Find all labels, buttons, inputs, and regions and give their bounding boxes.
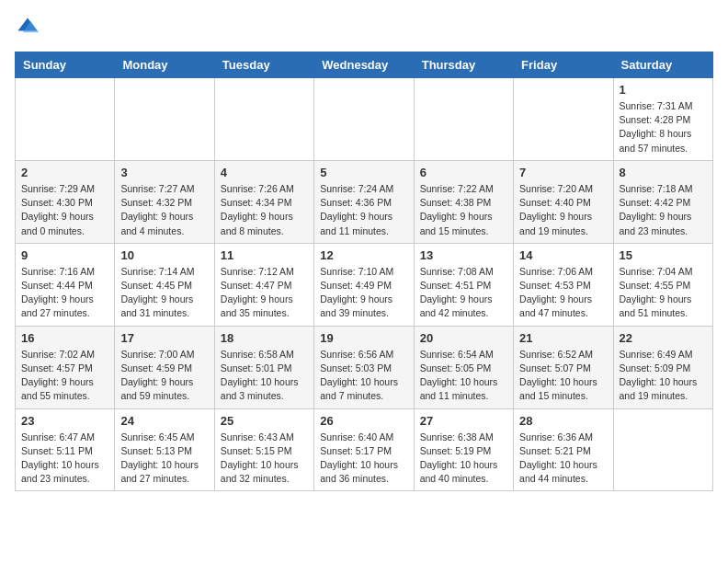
day-number: 14 [519, 248, 607, 262]
calendar-cell: 4Sunrise: 7:26 AM Sunset: 4:34 PM Daylig… [214, 160, 313, 243]
day-number: 3 [120, 166, 208, 179]
day-info: Sunrise: 7:12 AM Sunset: 4:47 PM Dayligh… [221, 265, 308, 321]
day-info: Sunrise: 7:16 AM Sunset: 4:44 PM Dayligh… [21, 265, 108, 321]
day-info: Sunrise: 7:22 AM Sunset: 4:38 PM Dayligh… [420, 182, 507, 238]
calendar-cell [414, 78, 513, 161]
day-info: Sunrise: 7:26 AM Sunset: 4:34 PM Dayligh… [221, 182, 308, 238]
calendar-cell: 27Sunrise: 6:38 AM Sunset: 5:19 PM Dayli… [414, 408, 513, 491]
day-info: Sunrise: 6:45 AM Sunset: 5:13 PM Dayligh… [120, 431, 208, 487]
calendar-cell: 14Sunrise: 7:06 AM Sunset: 4:53 PM Dayli… [514, 243, 613, 326]
day-info: Sunrise: 7:18 AM Sunset: 4:42 PM Dayligh… [620, 182, 707, 238]
weekday-header-tuesday: Tuesday [214, 52, 313, 78]
calendar-cell: 1Sunrise: 7:31 AM Sunset: 4:28 PM Daylig… [613, 78, 712, 161]
day-number: 17 [120, 331, 208, 345]
weekday-header-sunday: Sunday [16, 52, 115, 78]
day-number: 19 [320, 331, 407, 345]
day-number: 9 [21, 248, 108, 262]
day-number: 20 [420, 331, 507, 345]
weekday-header-wednesday: Wednesday [314, 52, 414, 78]
calendar-cell: 6Sunrise: 7:22 AM Sunset: 4:38 PM Daylig… [414, 160, 513, 243]
calendar: SundayMondayTuesdayWednesdayThursdayFrid… [15, 52, 713, 491]
day-info: Sunrise: 6:58 AM Sunset: 5:01 PM Dayligh… [221, 348, 308, 404]
day-number: 18 [221, 331, 308, 345]
weekday-header-saturday: Saturday [613, 52, 712, 78]
day-info: Sunrise: 7:24 AM Sunset: 4:36 PM Dayligh… [320, 182, 407, 238]
day-info: Sunrise: 6:40 AM Sunset: 5:17 PM Dayligh… [320, 431, 407, 487]
day-info: Sunrise: 7:08 AM Sunset: 4:51 PM Dayligh… [420, 265, 507, 321]
day-info: Sunrise: 7:27 AM Sunset: 4:32 PM Dayligh… [120, 182, 208, 238]
day-info: Sunrise: 6:54 AM Sunset: 5:05 PM Dayligh… [420, 348, 507, 404]
calendar-cell: 2Sunrise: 7:29 AM Sunset: 4:30 PM Daylig… [16, 160, 115, 243]
day-number: 26 [320, 414, 407, 428]
day-number: 16 [21, 331, 108, 345]
day-number: 15 [620, 248, 707, 262]
calendar-cell: 24Sunrise: 6:45 AM Sunset: 5:13 PM Dayli… [115, 408, 214, 491]
calendar-cell: 11Sunrise: 7:12 AM Sunset: 4:47 PM Dayli… [214, 243, 313, 326]
calendar-cell: 15Sunrise: 7:04 AM Sunset: 4:55 PM Dayli… [613, 243, 712, 326]
calendar-cell: 16Sunrise: 7:02 AM Sunset: 4:57 PM Dayli… [16, 326, 115, 408]
calendar-cell: 21Sunrise: 6:52 AM Sunset: 5:07 PM Dayli… [514, 326, 613, 408]
calendar-cell: 13Sunrise: 7:08 AM Sunset: 4:51 PM Dayli… [414, 243, 513, 326]
day-number: 7 [519, 166, 607, 179]
day-number: 13 [420, 248, 507, 262]
day-number: 21 [519, 331, 607, 345]
day-number: 24 [120, 414, 208, 428]
calendar-week-3: 9Sunrise: 7:16 AM Sunset: 4:44 PM Daylig… [16, 243, 713, 326]
day-number: 1 [620, 83, 707, 97]
calendar-cell: 12Sunrise: 7:10 AM Sunset: 4:49 PM Dayli… [314, 243, 414, 326]
day-info: Sunrise: 7:02 AM Sunset: 4:57 PM Dayligh… [21, 348, 108, 404]
page-header [15, 15, 713, 40]
day-info: Sunrise: 6:47 AM Sunset: 5:11 PM Dayligh… [21, 431, 108, 487]
day-number: 4 [221, 166, 308, 179]
day-number: 28 [519, 414, 607, 428]
day-info: Sunrise: 6:52 AM Sunset: 5:07 PM Dayligh… [519, 348, 607, 404]
day-info: Sunrise: 7:06 AM Sunset: 4:53 PM Dayligh… [519, 265, 607, 321]
logo-icon [15, 15, 40, 40]
day-number: 25 [221, 414, 308, 428]
calendar-cell: 9Sunrise: 7:16 AM Sunset: 4:44 PM Daylig… [16, 243, 115, 326]
calendar-week-1: 1Sunrise: 7:31 AM Sunset: 4:28 PM Daylig… [16, 78, 713, 161]
calendar-cell: 25Sunrise: 6:43 AM Sunset: 5:15 PM Dayli… [214, 408, 313, 491]
calendar-week-4: 16Sunrise: 7:02 AM Sunset: 4:57 PM Dayli… [16, 326, 713, 408]
day-number: 11 [221, 248, 308, 262]
day-number: 22 [620, 331, 707, 345]
day-number: 2 [21, 166, 108, 179]
calendar-cell: 17Sunrise: 7:00 AM Sunset: 4:59 PM Dayli… [115, 326, 214, 408]
calendar-cell: 18Sunrise: 6:58 AM Sunset: 5:01 PM Dayli… [214, 326, 313, 408]
day-info: Sunrise: 7:29 AM Sunset: 4:30 PM Dayligh… [21, 182, 108, 238]
day-info: Sunrise: 7:31 AM Sunset: 4:28 PM Dayligh… [620, 99, 707, 155]
calendar-cell: 8Sunrise: 7:18 AM Sunset: 4:42 PM Daylig… [613, 160, 712, 243]
day-info: Sunrise: 7:14 AM Sunset: 4:45 PM Dayligh… [120, 265, 208, 321]
calendar-week-2: 2Sunrise: 7:29 AM Sunset: 4:30 PM Daylig… [16, 160, 713, 243]
day-info: Sunrise: 7:04 AM Sunset: 4:55 PM Dayligh… [620, 265, 707, 321]
calendar-cell [115, 78, 214, 161]
day-info: Sunrise: 6:43 AM Sunset: 5:15 PM Dayligh… [221, 431, 308, 487]
calendar-cell [214, 78, 313, 161]
day-info: Sunrise: 6:38 AM Sunset: 5:19 PM Dayligh… [420, 431, 507, 487]
day-number: 8 [620, 166, 707, 179]
calendar-cell [613, 408, 712, 491]
weekday-header-friday: Friday [514, 52, 613, 78]
weekday-header-row: SundayMondayTuesdayWednesdayThursdayFrid… [16, 52, 713, 78]
day-info: Sunrise: 6:56 AM Sunset: 5:03 PM Dayligh… [320, 348, 407, 404]
weekday-header-thursday: Thursday [414, 52, 513, 78]
calendar-cell: 26Sunrise: 6:40 AM Sunset: 5:17 PM Dayli… [314, 408, 414, 491]
calendar-cell: 23Sunrise: 6:47 AM Sunset: 5:11 PM Dayli… [16, 408, 115, 491]
day-number: 27 [420, 414, 507, 428]
day-info: Sunrise: 7:20 AM Sunset: 4:40 PM Dayligh… [519, 182, 607, 238]
calendar-cell: 20Sunrise: 6:54 AM Sunset: 5:05 PM Dayli… [414, 326, 513, 408]
day-info: Sunrise: 6:49 AM Sunset: 5:09 PM Dayligh… [620, 348, 707, 404]
logo [15, 15, 44, 40]
calendar-cell: 7Sunrise: 7:20 AM Sunset: 4:40 PM Daylig… [514, 160, 613, 243]
day-info: Sunrise: 7:00 AM Sunset: 4:59 PM Dayligh… [120, 348, 208, 404]
calendar-cell: 19Sunrise: 6:56 AM Sunset: 5:03 PM Dayli… [314, 326, 414, 408]
day-info: Sunrise: 7:10 AM Sunset: 4:49 PM Dayligh… [320, 265, 407, 321]
calendar-cell [16, 78, 115, 161]
calendar-cell: 5Sunrise: 7:24 AM Sunset: 4:36 PM Daylig… [314, 160, 414, 243]
calendar-cell [514, 78, 613, 161]
day-number: 10 [120, 248, 208, 262]
calendar-cell: 22Sunrise: 6:49 AM Sunset: 5:09 PM Dayli… [613, 326, 712, 408]
day-number: 23 [21, 414, 108, 428]
day-info: Sunrise: 6:36 AM Sunset: 5:21 PM Dayligh… [519, 431, 607, 487]
calendar-week-5: 23Sunrise: 6:47 AM Sunset: 5:11 PM Dayli… [16, 408, 713, 491]
